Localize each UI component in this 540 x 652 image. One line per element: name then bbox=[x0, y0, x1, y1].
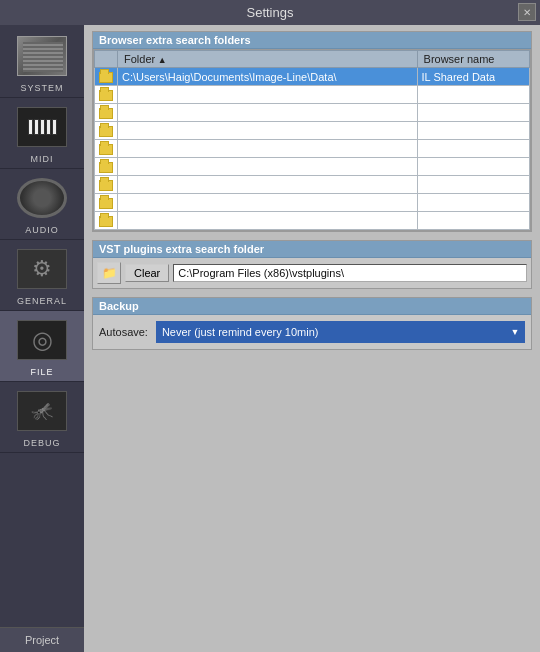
vst-path-display: C:\Program Files (x86)\vstplugins\ bbox=[173, 264, 527, 282]
sidebar: System MIDI AUDIO bbox=[0, 25, 84, 652]
sidebar-item-file[interactable]: FILE bbox=[0, 311, 84, 382]
folder-icon bbox=[99, 126, 113, 137]
sidebar-label-audio: AUDIO bbox=[25, 225, 59, 235]
general-icon bbox=[12, 244, 72, 294]
folder-icon bbox=[99, 198, 113, 209]
col-header-icon bbox=[95, 51, 118, 68]
table-row[interactable] bbox=[95, 158, 530, 176]
file-icon bbox=[12, 315, 72, 365]
close-button[interactable]: ✕ bbox=[518, 3, 536, 21]
browser-section: Browser extra search folders Folder Brow… bbox=[92, 31, 532, 232]
debug-icon bbox=[12, 386, 72, 436]
sidebar-label-file: FILE bbox=[30, 367, 53, 377]
browser-table-wrapper[interactable]: Folder Browser name C:\Users\Haig\Docume… bbox=[93, 49, 531, 231]
autosave-select-wrapper: Never (just remind every 10min)Every 5 m… bbox=[156, 321, 525, 343]
table-cell-path bbox=[118, 176, 418, 194]
folder-icon bbox=[99, 90, 113, 101]
folder-icon-cell bbox=[95, 194, 118, 212]
vst-clear-button[interactable]: Clear bbox=[125, 264, 169, 282]
vst-section: VST plugins extra search folder 📁 Clear … bbox=[92, 240, 532, 289]
sidebar-label-general: GENERAL bbox=[17, 296, 67, 306]
table-cell-path bbox=[118, 104, 418, 122]
table-cell-browser-name bbox=[417, 140, 529, 158]
table-cell-browser-name bbox=[417, 212, 529, 230]
vst-row: 📁 Clear C:\Program Files (x86)\vstplugin… bbox=[93, 258, 531, 288]
table-cell-browser-name bbox=[417, 194, 529, 212]
system-icon bbox=[12, 31, 72, 81]
backup-row: Autosave: Never (just remind every 10min… bbox=[93, 315, 531, 349]
title-bar: Settings ✕ bbox=[0, 0, 540, 25]
main-layout: System MIDI AUDIO bbox=[0, 25, 540, 652]
folder-icon: 📁 bbox=[102, 266, 117, 280]
folder-icon-cell bbox=[95, 122, 118, 140]
folder-icon bbox=[99, 108, 113, 119]
folder-icon bbox=[99, 216, 113, 227]
table-row[interactable] bbox=[95, 194, 530, 212]
table-cell-path bbox=[118, 86, 418, 104]
table-cell-browser-name: IL Shared Data bbox=[417, 68, 529, 86]
autosave-select[interactable]: Never (just remind every 10min)Every 5 m… bbox=[156, 321, 525, 343]
browser-table: Folder Browser name C:\Users\Haig\Docume… bbox=[94, 50, 530, 230]
folder-icon-cell bbox=[95, 140, 118, 158]
sidebar-label-debug: DEBUG bbox=[23, 438, 60, 448]
sidebar-item-midi[interactable]: MIDI bbox=[0, 98, 84, 169]
folder-icon-cell bbox=[95, 176, 118, 194]
project-button[interactable]: Project bbox=[0, 627, 84, 652]
table-cell-path bbox=[118, 140, 418, 158]
table-cell-path bbox=[118, 122, 418, 140]
table-cell-browser-name bbox=[417, 158, 529, 176]
backup-section: Backup Autosave: Never (just remind ever… bbox=[92, 297, 532, 350]
table-cell-browser-name bbox=[417, 86, 529, 104]
table-row[interactable] bbox=[95, 122, 530, 140]
backup-section-header: Backup bbox=[93, 298, 531, 315]
table-row[interactable] bbox=[95, 104, 530, 122]
table-row[interactable] bbox=[95, 140, 530, 158]
folder-icon bbox=[99, 144, 113, 155]
vst-folder-button[interactable]: 📁 bbox=[97, 262, 121, 284]
folder-icon-cell bbox=[95, 68, 118, 86]
content-area: Browser extra search folders Folder Brow… bbox=[84, 25, 540, 652]
autosave-label: Autosave: bbox=[99, 326, 148, 338]
table-cell-browser-name bbox=[417, 104, 529, 122]
table-cell-path bbox=[118, 212, 418, 230]
table-row[interactable] bbox=[95, 176, 530, 194]
table-cell-path: C:\Users\Haig\Documents\Image-Line\Data\ bbox=[118, 68, 418, 86]
table-row[interactable] bbox=[95, 212, 530, 230]
table-cell-browser-name bbox=[417, 176, 529, 194]
sidebar-item-audio[interactable]: AUDIO bbox=[0, 169, 84, 240]
table-row[interactable]: C:\Users\Haig\Documents\Image-Line\Data\… bbox=[95, 68, 530, 86]
browser-section-header: Browser extra search folders bbox=[93, 32, 531, 49]
sidebar-label-midi: MIDI bbox=[31, 154, 54, 164]
audio-icon bbox=[12, 173, 72, 223]
table-row[interactable] bbox=[95, 86, 530, 104]
vst-section-header: VST plugins extra search folder bbox=[93, 241, 531, 258]
sidebar-item-system[interactable]: System bbox=[0, 27, 84, 98]
folder-icon-cell bbox=[95, 212, 118, 230]
folder-icon-cell bbox=[95, 158, 118, 176]
folder-icon bbox=[99, 180, 113, 191]
sidebar-label-system: System bbox=[20, 83, 63, 93]
sidebar-item-general[interactable]: GENERAL bbox=[0, 240, 84, 311]
table-cell-path bbox=[118, 158, 418, 176]
folder-icon-cell bbox=[95, 104, 118, 122]
col-header-folder[interactable]: Folder bbox=[118, 51, 418, 68]
folder-icon bbox=[99, 72, 113, 83]
folder-icon bbox=[99, 162, 113, 173]
sidebar-item-debug[interactable]: DEBUG bbox=[0, 382, 84, 453]
table-cell-path bbox=[118, 194, 418, 212]
title-text: Settings bbox=[247, 5, 294, 20]
folder-icon-cell bbox=[95, 86, 118, 104]
midi-icon bbox=[12, 102, 72, 152]
col-header-browser-name[interactable]: Browser name bbox=[417, 51, 529, 68]
table-cell-browser-name bbox=[417, 122, 529, 140]
